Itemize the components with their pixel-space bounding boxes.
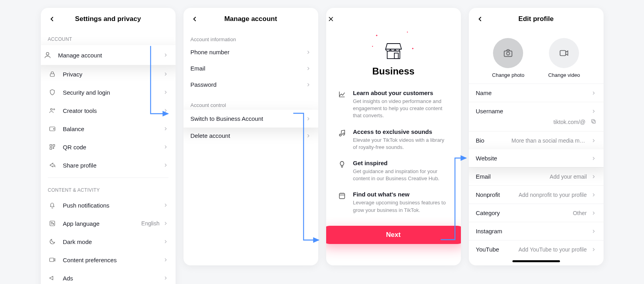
website-row[interactable]: Website	[469, 149, 604, 167]
svg-rect-22	[592, 120, 596, 124]
svg-point-20	[507, 52, 510, 55]
back-button[interactable]	[190, 14, 199, 24]
profile-url-row[interactable]: tiktok.com/@	[469, 118, 604, 131]
instagram-row[interactable]: Instagram	[469, 222, 604, 240]
content-preferences-row[interactable]: Content preferences	[41, 251, 176, 269]
moon-icon	[48, 237, 57, 246]
settings-and-privacy-screen: Settings and privacy ACCOUNT Manage acco…	[41, 8, 176, 284]
chevron-right-icon	[591, 138, 596, 143]
video-avatar	[549, 38, 579, 68]
chevron-right-icon	[163, 108, 168, 113]
chevron-right-icon	[163, 275, 168, 281]
next-button[interactable]: Next	[326, 226, 461, 244]
camera-icon	[503, 48, 513, 58]
close-icon	[327, 15, 334, 23]
chevron-right-icon	[591, 109, 596, 114]
screen-header	[326, 8, 461, 30]
shield-icon	[48, 88, 57, 97]
name-row[interactable]: Name	[469, 84, 604, 102]
close-button[interactable]	[326, 14, 336, 24]
page-title: Edit profile	[518, 15, 554, 23]
svg-point-17	[342, 133, 344, 135]
video-icon	[559, 48, 569, 58]
feature-learn: Learn about your customers Get insights …	[338, 90, 449, 120]
screen-header: Settings and privacy	[41, 8, 176, 30]
copy-icon[interactable]	[590, 118, 596, 126]
chevron-right-icon	[306, 133, 311, 139]
svg-point-3	[54, 109, 55, 110]
change-photo[interactable]: Change photo	[492, 38, 525, 78]
chevron-left-icon	[476, 15, 483, 23]
business-hero: Business	[326, 30, 461, 83]
svg-rect-7	[53, 145, 55, 147]
app-language-row[interactable]: App language English	[41, 214, 176, 233]
chevron-right-icon	[306, 116, 311, 122]
security-row[interactable]: Security and login	[41, 83, 176, 101]
chevron-right-icon	[163, 239, 168, 244]
push-notifications-row[interactable]: Push notifications	[41, 196, 176, 214]
svg-rect-1	[50, 74, 54, 76]
chevron-right-icon	[163, 221, 168, 226]
photo-avatar	[493, 38, 523, 68]
bio-row[interactable]: Bio More than a social media mgmt softwa…	[469, 131, 604, 149]
qr-icon	[48, 143, 57, 151]
back-button[interactable]	[475, 14, 485, 24]
balance-row[interactable]: Balance	[41, 120, 176, 138]
manage-account-screen: Manage account Account information Phone…	[183, 8, 318, 265]
creator-tools-row[interactable]: Creator tools	[41, 101, 176, 120]
chevron-right-icon	[163, 52, 168, 58]
home-indicator	[512, 260, 560, 262]
email-row[interactable]: Email Add your email	[469, 167, 604, 185]
back-button[interactable]	[47, 14, 57, 24]
password-row[interactable]: Password	[183, 76, 318, 93]
person-icon	[43, 51, 52, 59]
page-title: Settings and privacy	[75, 15, 141, 23]
share-icon	[48, 161, 57, 170]
chevron-right-icon	[163, 90, 168, 95]
page-title: Manage account	[224, 15, 277, 23]
screen-header: Edit profile	[469, 8, 604, 30]
section-label-control: Account control	[183, 93, 318, 110]
switch-to-business-row[interactable]: Switch to Business Account	[183, 110, 318, 128]
qr-code-row[interactable]: QR code	[41, 138, 176, 156]
nonprofit-row[interactable]: Nonprofit Add nonprofit to your profile	[469, 185, 604, 204]
creator-icon	[48, 106, 57, 115]
youtube-row[interactable]: YouTube Add YouTube to your profile	[469, 240, 604, 258]
username-row[interactable]: Username	[469, 102, 604, 120]
avatar-row: Change photo Change video	[469, 30, 604, 84]
chevron-right-icon	[163, 126, 168, 132]
screen-header: Manage account	[183, 8, 318, 30]
storefront-icon	[383, 42, 404, 60]
share-profile-row[interactable]: Share profile	[41, 156, 176, 174]
privacy-row[interactable]: Privacy	[41, 65, 176, 83]
chevron-right-icon	[591, 229, 596, 234]
delete-account-row[interactable]: Delete account	[183, 128, 318, 144]
category-row[interactable]: Category Other	[469, 204, 604, 222]
chevron-right-icon	[163, 257, 168, 263]
email-row[interactable]: Email	[183, 60, 318, 76]
feature-new: Find out what's new Leverage upcoming bu…	[338, 191, 449, 213]
phone-number-row[interactable]: Phone number	[183, 44, 318, 60]
business-features: Learn about your customers Get insights …	[326, 83, 461, 226]
ads-row[interactable]: Ads	[41, 269, 176, 284]
manage-account-row[interactable]: Manage account	[41, 45, 176, 65]
chevron-right-icon	[591, 174, 596, 179]
change-video[interactable]: Change video	[548, 38, 580, 78]
chevron-right-icon	[306, 50, 311, 55]
video-icon	[48, 255, 57, 264]
svg-rect-6	[50, 145, 52, 147]
dark-mode-row[interactable]: Dark mode	[41, 233, 176, 251]
section-label-content: CONTENT & ACTIVITY	[41, 181, 176, 196]
svg-point-5	[53, 128, 54, 129]
chevron-right-icon	[591, 192, 596, 198]
chevron-right-icon	[591, 90, 596, 96]
business-title: Business	[326, 66, 461, 77]
chevron-right-icon	[591, 156, 596, 161]
language-icon	[48, 219, 57, 228]
svg-rect-11	[50, 258, 54, 262]
svg-rect-18	[339, 193, 344, 198]
chevron-left-icon	[191, 15, 198, 23]
svg-rect-21	[560, 51, 566, 56]
chevron-right-icon	[591, 210, 596, 216]
chevron-left-icon	[48, 15, 55, 23]
